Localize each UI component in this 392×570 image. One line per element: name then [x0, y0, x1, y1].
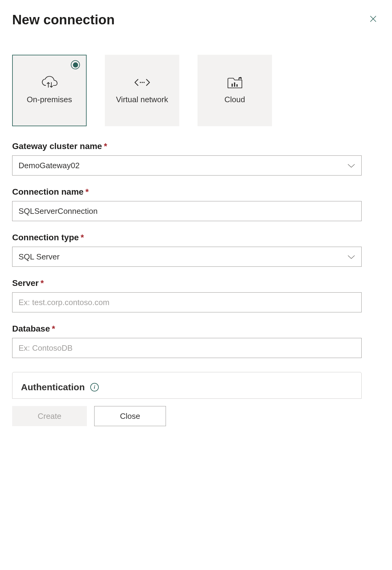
type-card-cloud[interactable]: Cloud [198, 55, 272, 126]
chevron-down-icon [347, 252, 355, 262]
connection-type-value: SQL Server [19, 252, 60, 262]
connection-name-label: Connection name* [12, 187, 380, 197]
gateway-cluster-value: DemoGateway02 [19, 161, 80, 170]
virtual-network-icon [133, 76, 151, 89]
info-icon[interactable]: i [90, 383, 99, 391]
cloud-sync-icon [40, 76, 59, 89]
cloud-folder-icon [226, 76, 244, 89]
required-star: * [85, 187, 89, 196]
type-card-label: Cloud [222, 95, 248, 105]
svg-rect-5 [232, 84, 233, 87]
type-card-on-premises[interactable]: On-premises [12, 55, 87, 126]
close-footer-button[interactable]: Close [94, 406, 166, 426]
gateway-cluster-select[interactable]: DemoGateway02 [12, 155, 362, 176]
type-card-virtual-network[interactable]: Virtual network [105, 55, 179, 126]
required-star: * [52, 324, 55, 333]
required-star: * [40, 278, 44, 288]
database-label: Database* [12, 324, 380, 334]
svg-rect-7 [236, 84, 238, 87]
svg-point-3 [142, 82, 143, 83]
radio-selected-indicator [71, 60, 80, 69]
connection-type-label: Connection type* [12, 233, 380, 242]
type-card-label: On-premises [24, 95, 75, 105]
close-button[interactable] [366, 12, 380, 26]
close-icon [369, 15, 377, 23]
database-input[interactable] [12, 338, 362, 358]
server-input[interactable] [12, 292, 362, 312]
authentication-label: Authentication [21, 382, 85, 392]
svg-point-4 [143, 82, 145, 83]
svg-rect-6 [234, 82, 235, 87]
required-star: * [104, 141, 107, 151]
footer-buttons: Create Close [12, 406, 380, 426]
connection-type-cards: On-premises Virtual network Clo [12, 55, 380, 126]
page-title: New connection [12, 12, 115, 27]
connection-type-select[interactable]: SQL Server [12, 247, 362, 267]
svg-point-2 [140, 82, 141, 83]
create-button[interactable]: Create [12, 406, 87, 426]
type-card-label: Virtual network [113, 95, 171, 105]
required-star: * [81, 233, 84, 242]
chevron-down-icon [347, 161, 355, 170]
connection-name-input[interactable] [12, 201, 362, 221]
authentication-section: Authentication i [12, 372, 362, 399]
gateway-cluster-label: Gateway cluster name* [12, 141, 380, 151]
server-label: Server* [12, 278, 380, 288]
